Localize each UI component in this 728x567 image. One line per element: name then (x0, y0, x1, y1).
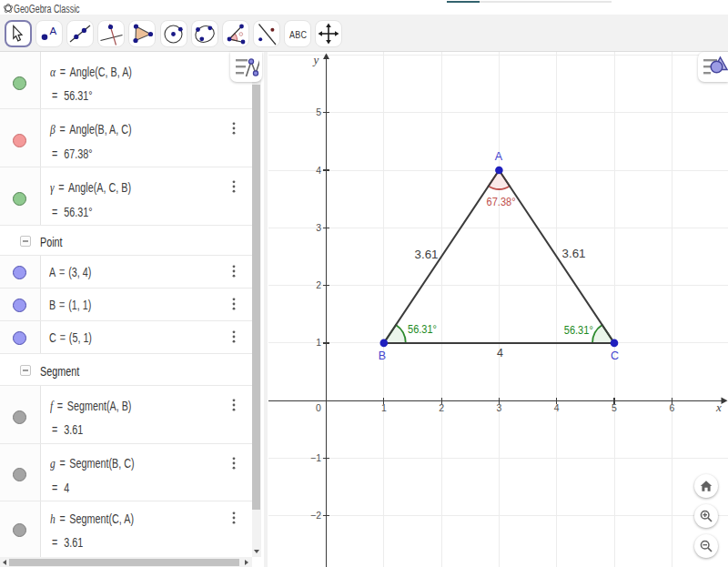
svg-text:56.31°: 56.31° (408, 323, 437, 336)
svg-text:B: B (379, 349, 386, 362)
svg-text:4: 4 (554, 402, 560, 413)
svg-text:4: 4 (497, 347, 503, 359)
svg-text:5: 5 (316, 106, 321, 117)
svg-text:A: A (50, 25, 57, 36)
svg-text:−1: −1 (310, 452, 321, 463)
svg-text:y: y (312, 53, 319, 66)
svg-text:x: x (715, 400, 722, 414)
svg-text:3: 3 (316, 222, 321, 233)
svg-text:A: A (495, 150, 503, 163)
svg-text:0: 0 (316, 402, 321, 413)
svg-text:−2: −2 (310, 510, 321, 521)
svg-text:1: 1 (316, 337, 321, 348)
svg-text:5: 5 (612, 402, 617, 413)
svg-text:4: 4 (316, 165, 321, 176)
svg-text:6: 6 (669, 402, 674, 413)
svg-text:2: 2 (316, 279, 321, 290)
svg-text:C: C (611, 349, 619, 362)
svg-text:56.31°: 56.31° (564, 324, 593, 337)
svg-text:3.61: 3.61 (562, 248, 586, 260)
svg-text:3: 3 (496, 402, 501, 413)
svg-text:67.38°: 67.38° (487, 196, 516, 208)
svg-text:1: 1 (381, 402, 387, 413)
svg-text:3.61: 3.61 (415, 248, 439, 261)
svg-text:2: 2 (439, 402, 444, 413)
